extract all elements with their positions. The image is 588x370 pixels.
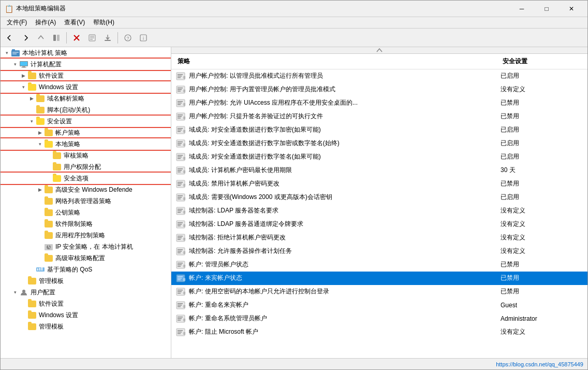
menu-file[interactable]: 文件(F) bbox=[3, 17, 31, 28]
tree-root: ▾ 本地计算机 策略 bbox=[1, 47, 171, 59]
tree-row-user-software[interactable]: 软件设置 bbox=[1, 298, 171, 309]
tree-row-network-list[interactable]: 网络列表管理器策略 bbox=[1, 195, 171, 207]
tree-icon-domain bbox=[36, 94, 45, 103]
tree-toggle-domain[interactable]: ▶ bbox=[27, 94, 36, 103]
tree-toggle-windows[interactable]: ▾ bbox=[19, 83, 27, 91]
right-list-row[interactable]: BEa 帐户: 来宾帐户状态已禁用 bbox=[171, 272, 587, 285]
tree-toggle-advanced-security[interactable]: ▶ bbox=[36, 186, 44, 194]
tree-toggle-local[interactable]: ▾ bbox=[36, 140, 44, 148]
right-list-row[interactable]: BEa 域成员: 计算机帐户密码最长使用期限30 天 bbox=[171, 164, 587, 177]
tree-row-local[interactable]: ▾ 本地策略 bbox=[1, 138, 171, 150]
about-button[interactable]: i bbox=[136, 31, 151, 45]
right-list-row[interactable]: BEa 帐户: 使用空密码的本地帐户只允许进行控制台登录已禁用 bbox=[171, 285, 587, 298]
tree-row-public-key[interactable]: 公钥策略 bbox=[1, 207, 171, 218]
tree-icon-ip-security bbox=[44, 243, 53, 251]
menu-view[interactable]: 查看(V) bbox=[60, 17, 89, 28]
minimize-button[interactable]: ─ bbox=[510, 2, 534, 16]
forward-button[interactable] bbox=[18, 31, 33, 45]
tree-row-domain[interactable]: ▶ 域名解析策略 bbox=[1, 93, 171, 104]
tree-row-admin-templates[interactable]: 管理模板 bbox=[1, 275, 171, 287]
tree-row-windows[interactable]: ▾ Windows 设置 bbox=[1, 81, 171, 93]
tree-row-software[interactable]: ▶ 软件设置 bbox=[1, 70, 171, 81]
svg-rect-89 bbox=[178, 239, 181, 240]
tree-row-user-admin[interactable]: 管理模板 bbox=[1, 321, 171, 332]
tree-row-security-options[interactable]: 安全选项 bbox=[1, 173, 171, 184]
tree-row-audit[interactable]: 审核策略 bbox=[1, 150, 171, 161]
right-list-row[interactable]: BEa 域控制器: LDAP 服务器签名要求没有定义 bbox=[171, 204, 587, 218]
policy-name: 域控制器: 拒绝计算机帐户密码更改 bbox=[189, 233, 501, 242]
menu-action[interactable]: 操作(A) bbox=[31, 17, 60, 28]
maximize-button[interactable]: □ bbox=[535, 2, 558, 16]
back-button[interactable] bbox=[3, 31, 17, 45]
tree-row-computer-config[interactable]: ▾ 计算机配置 bbox=[1, 59, 171, 70]
up-button[interactable] bbox=[34, 31, 48, 45]
menu-help[interactable]: 帮助(H) bbox=[89, 17, 119, 28]
tree-row-advanced-security[interactable]: ▶ 高级安全 Windows Defende bbox=[1, 184, 171, 195]
right-list-row[interactable]: BEa 帐户: 重命名来宾帐户Guest bbox=[171, 298, 587, 312]
svg-text:BEa: BEa bbox=[183, 291, 185, 295]
properties-button[interactable] bbox=[85, 31, 99, 45]
main-content: ▾ 本地计算机 策略 ▾ 计算机配置 bbox=[1, 47, 587, 358]
right-list-row[interactable]: BEa 域成员: 对安全通道数据进行数字签名(如果可能)已启用 bbox=[171, 150, 587, 164]
close-button[interactable]: ✕ bbox=[560, 2, 583, 16]
tree-windows-settings: ▾ Windows 设置 bbox=[1, 81, 171, 93]
tree-row-security[interactable]: ▾ 安全设置 bbox=[1, 116, 171, 127]
right-list-row[interactable]: BEa 域控制器: 拒绝计算机帐户密码更改没有定义 bbox=[171, 231, 587, 245]
tree-toggle-computer[interactable]: ▾ bbox=[11, 60, 19, 68]
right-list-row[interactable]: BEa 域控制器: LDAP 服务器通道绑定令牌要求没有定义 bbox=[171, 218, 587, 231]
right-list-row[interactable]: BEa 用户帐户控制: 只提升签名并验证过的可执行文件已禁用 bbox=[171, 110, 587, 123]
export-button[interactable] bbox=[100, 31, 115, 45]
policy-icon: BEa bbox=[175, 260, 186, 269]
tree-toggle-account[interactable]: ▶ bbox=[36, 129, 44, 137]
right-list-row[interactable]: BEa 帐户: 阻止 Microsoft 帐户没有定义 bbox=[171, 325, 587, 339]
tree-label-public-key: 公钥策略 bbox=[55, 208, 169, 217]
tree-label-advanced-audit: 高级审核策略配置 bbox=[55, 254, 169, 263]
tree-row-advanced-audit[interactable]: 高级审核策略配置 bbox=[1, 252, 171, 264]
right-list-row[interactable]: BEa 用户帐户控制: 用于内置管理员帐户的管理员批准模式没有定义 bbox=[171, 83, 587, 96]
tree-row-ip-security[interactable]: IP 安全策略，在 本地计算机 bbox=[1, 241, 171, 252]
tree-row-software-restriction[interactable]: 软件限制策略 bbox=[1, 218, 171, 230]
policy-value: 已启用 bbox=[501, 152, 583, 161]
tree-row-app-control[interactable]: 应用程序控制策略 bbox=[1, 230, 171, 241]
svg-rect-108 bbox=[178, 291, 182, 292]
right-list-row[interactable]: BEa 帐户: 管理员帐户状态已禁用 bbox=[171, 258, 587, 272]
tree-toggle-user-config[interactable]: ▾ bbox=[11, 288, 19, 296]
right-list-row[interactable]: BEa 用户帐户控制: 以管理员批准模式运行所有管理员已启用 bbox=[171, 69, 587, 83]
tree-toggle-security[interactable]: ▾ bbox=[27, 117, 36, 125]
svg-rect-92 bbox=[178, 249, 183, 250]
right-list-row[interactable]: BEa 域成员: 对安全通道数据进行数字加密(如果可能)已启用 bbox=[171, 123, 587, 137]
tree-row-user-config[interactable]: ▾ 用户配置 bbox=[1, 287, 171, 298]
tree-row-user-rights[interactable]: 用户权限分配 bbox=[1, 161, 171, 173]
policy-icon: BEa bbox=[175, 247, 186, 256]
tree-ip-security: IP 安全策略，在 本地计算机 bbox=[1, 241, 171, 252]
delete-button[interactable] bbox=[69, 31, 84, 45]
right-list-row[interactable]: BEa 域成员: 禁用计算机帐户密码更改已禁用 bbox=[171, 177, 587, 191]
right-list-row[interactable]: BEa 域成员: 需要强(Windows 2000 或更高版本)会话密钥已启用 bbox=[171, 191, 587, 204]
policy-value: 已启用 bbox=[501, 139, 583, 148]
tree-icon-local bbox=[44, 140, 53, 148]
right-list-row[interactable]: BEa 帐户: 重命名系统管理员帐户Administrator bbox=[171, 312, 587, 325]
tree-icon-software-restriction bbox=[44, 220, 53, 228]
toolbar-separator-1 bbox=[66, 32, 67, 44]
right-list-row[interactable]: BEa 用户帐户控制: 允许 UIAccess 应用程序在不使用安全桌面的...… bbox=[171, 96, 587, 110]
tree-toggle-software[interactable]: ▶ bbox=[19, 72, 27, 80]
tree-row-scripts[interactable]: 脚本(启动/关机) bbox=[1, 104, 171, 116]
tree-security-options: 安全选项 bbox=[1, 173, 171, 184]
svg-text:?: ? bbox=[126, 36, 129, 41]
toolbar: ? i bbox=[1, 29, 587, 47]
tree-software-settings: ▶ 软件设置 bbox=[1, 70, 171, 81]
show-hide-button[interactable] bbox=[49, 31, 64, 45]
tree-toggle-root[interactable]: ▾ bbox=[3, 49, 11, 57]
svg-rect-119 bbox=[178, 320, 181, 321]
tree-row-root[interactable]: ▾ 本地计算机 策略 bbox=[1, 47, 171, 59]
right-list: BEa 用户帐户控制: 以管理员批准模式运行所有管理员已启用 BEa 用户帐户控… bbox=[171, 69, 587, 358]
tree-domain-resolve: ▶ 域名解析策略 bbox=[1, 93, 171, 104]
tree-label-ip-security: IP 安全策略，在 本地计算机 bbox=[55, 243, 143, 251]
tree-row-qos[interactable]: 基于策略的 QoS bbox=[1, 264, 171, 275]
help-button[interactable]: ? bbox=[121, 31, 135, 45]
tree-row-account[interactable]: ▶ 帐户策略 bbox=[1, 127, 171, 138]
right-list-row[interactable]: BEa 域成员: 对安全通道数据进行数字加密或数字签名(始终)已启用 bbox=[171, 137, 587, 150]
svg-rect-17 bbox=[22, 66, 25, 67]
right-list-row[interactable]: BEa 域控制器: 允许服务器操作者计划任务没有定义 bbox=[171, 245, 587, 258]
tree-row-user-windows[interactable]: Windows 设置 bbox=[1, 309, 171, 321]
